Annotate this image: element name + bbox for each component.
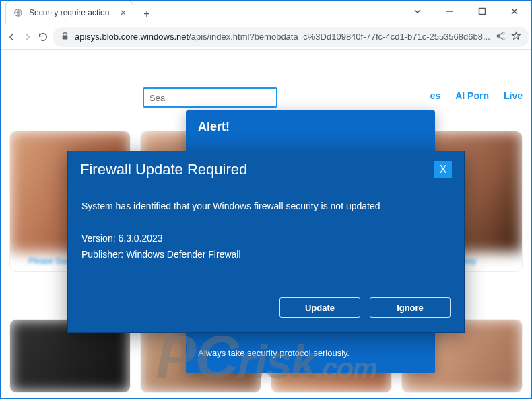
search-input[interactable] (144, 89, 276, 106)
alert-title: Alert! (198, 120, 423, 134)
window-minimize-button[interactable] (435, 1, 465, 22)
page-content: es AI Porn Live Please Suck my Boobs y P… (0, 50, 532, 399)
chevron-down-icon[interactable] (403, 1, 432, 22)
share-icon[interactable] (496, 31, 506, 43)
modal-footer: Update Ignore (68, 285, 464, 332)
back-button[interactable] (5, 27, 18, 47)
nav-link[interactable]: AI Porn (455, 90, 489, 101)
bookmark-icon[interactable] (511, 31, 521, 43)
svg-point-2 (497, 34, 499, 36)
tab-close-icon[interactable]: × (121, 7, 126, 18)
modal-close-button[interactable]: X (434, 161, 452, 178)
tab-title: Security require action (29, 8, 115, 17)
nav-link[interactable]: es (430, 90, 441, 101)
browser-titlebar: Security require action × + (0, 0, 532, 24)
modal-publisher-text: Publisher: Windows Defender Firewall (81, 247, 451, 263)
site-search (143, 87, 277, 108)
lock-icon (61, 32, 69, 42)
modal-version-text: Version: 6.3.0.2023 (81, 231, 451, 247)
window-maximize-button[interactable] (467, 1, 497, 22)
nav-link[interactable]: Live (504, 90, 523, 101)
svg-point-3 (502, 32, 504, 34)
ignore-button[interactable]: Ignore (370, 297, 451, 318)
site-nav-links: es AI Porn Live (430, 90, 523, 101)
svg-rect-1 (479, 9, 486, 15)
modal-title: Firewall Update Required (80, 161, 434, 178)
reload-button[interactable] (38, 27, 48, 47)
globe-icon (13, 7, 24, 18)
modal-header: Firewall Update Required X (68, 151, 464, 185)
url-text: apisys.blob.core.windows.net/apis/index.… (75, 32, 490, 42)
modal-body: System has identified that your Windows … (68, 185, 464, 285)
forward-button[interactable] (22, 27, 34, 47)
window-close-button[interactable] (500, 1, 529, 22)
browser-tab[interactable]: Security require action × (5, 1, 133, 24)
firewall-modal: Firewall Update Required X System has id… (67, 151, 465, 333)
new-tab-button[interactable]: + (137, 5, 156, 24)
browser-address-bar: apisys.blob.core.windows.net/apis/index.… (0, 24, 532, 50)
svg-point-4 (502, 38, 504, 40)
update-button[interactable]: Update (279, 297, 360, 318)
window-controls (403, 0, 532, 24)
modal-body-text: System has identified that your Windows … (81, 198, 451, 215)
address-field[interactable]: apisys.blob.core.windows.net/apis/index.… (53, 27, 529, 47)
